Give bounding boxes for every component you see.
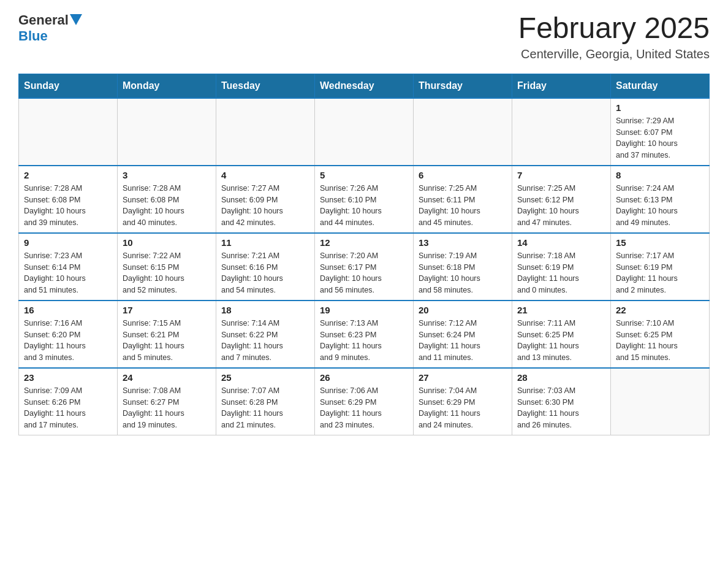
day-number: 14 xyxy=(517,237,605,248)
calendar-day-cell xyxy=(512,98,611,166)
day-info: Sunrise: 7:27 AMSunset: 6:09 PMDaylight:… xyxy=(221,183,309,229)
calendar-day-cell: 10Sunrise: 7:22 AMSunset: 6:15 PMDayligh… xyxy=(118,233,216,301)
logo-triangle-icon xyxy=(70,14,82,26)
day-number: 28 xyxy=(517,372,605,383)
day-info: Sunrise: 7:20 AMSunset: 6:17 PMDaylight:… xyxy=(320,250,408,296)
calendar-day-cell xyxy=(19,98,118,166)
day-info: Sunrise: 7:28 AMSunset: 6:08 PMDaylight:… xyxy=(123,183,211,229)
day-info: Sunrise: 7:12 AMSunset: 6:24 PMDaylight:… xyxy=(419,318,507,364)
calendar-day-cell: 24Sunrise: 7:08 AMSunset: 6:27 PMDayligh… xyxy=(118,368,216,435)
calendar-day-cell: 5Sunrise: 7:26 AMSunset: 6:10 PMDaylight… xyxy=(315,166,414,233)
day-info: Sunrise: 7:29 AMSunset: 6:07 PMDaylight:… xyxy=(616,115,704,161)
calendar-day-cell: 6Sunrise: 7:25 AMSunset: 6:11 PMDaylight… xyxy=(414,166,512,233)
calendar-day-cell: 13Sunrise: 7:19 AMSunset: 6:18 PMDayligh… xyxy=(414,233,512,301)
day-number: 12 xyxy=(320,237,408,248)
calendar-day-cell: 18Sunrise: 7:14 AMSunset: 6:22 PMDayligh… xyxy=(216,301,315,368)
logo-general-text: General xyxy=(18,12,69,28)
day-info: Sunrise: 7:16 AMSunset: 6:20 PMDaylight:… xyxy=(24,318,112,364)
title-block: February 2025 Centerville, Georgia, Unit… xyxy=(518,12,710,61)
logo-blue-text: Blue xyxy=(18,28,48,44)
calendar-week-row: 16Sunrise: 7:16 AMSunset: 6:20 PMDayligh… xyxy=(19,301,710,368)
calendar-day-cell xyxy=(118,98,216,166)
day-number: 22 xyxy=(616,305,704,315)
calendar-day-cell: 27Sunrise: 7:04 AMSunset: 6:29 PMDayligh… xyxy=(414,368,512,435)
day-number: 1 xyxy=(616,102,704,113)
day-info: Sunrise: 7:04 AMSunset: 6:29 PMDaylight:… xyxy=(419,385,507,431)
day-info: Sunrise: 7:13 AMSunset: 6:23 PMDaylight:… xyxy=(320,318,408,364)
day-number: 2 xyxy=(24,170,112,180)
calendar-day-cell: 1Sunrise: 7:29 AMSunset: 6:07 PMDaylight… xyxy=(611,98,710,166)
day-info: Sunrise: 7:18 AMSunset: 6:19 PMDaylight:… xyxy=(517,250,605,296)
calendar-day-cell: 21Sunrise: 7:11 AMSunset: 6:25 PMDayligh… xyxy=(512,301,611,368)
day-info: Sunrise: 7:25 AMSunset: 6:12 PMDaylight:… xyxy=(517,183,605,229)
calendar-week-row: 9Sunrise: 7:23 AMSunset: 6:14 PMDaylight… xyxy=(19,233,710,301)
day-number: 23 xyxy=(24,372,112,383)
calendar-day-cell: 23Sunrise: 7:09 AMSunset: 6:26 PMDayligh… xyxy=(19,368,118,435)
col-friday: Friday xyxy=(512,74,611,98)
day-info: Sunrise: 7:09 AMSunset: 6:26 PMDaylight:… xyxy=(24,385,112,431)
page-header: General Blue February 2025 Centerville, … xyxy=(18,12,710,61)
day-number: 25 xyxy=(221,372,309,383)
day-number: 18 xyxy=(221,305,309,315)
svg-marker-0 xyxy=(70,14,82,25)
day-info: Sunrise: 7:14 AMSunset: 6:22 PMDaylight:… xyxy=(221,318,309,364)
month-title: February 2025 xyxy=(518,12,710,45)
day-number: 3 xyxy=(123,170,211,180)
calendar-day-cell: 14Sunrise: 7:18 AMSunset: 6:19 PMDayligh… xyxy=(512,233,611,301)
col-wednesday: Wednesday xyxy=(315,74,414,98)
day-info: Sunrise: 7:03 AMSunset: 6:30 PMDaylight:… xyxy=(517,385,605,431)
calendar-day-cell: 22Sunrise: 7:10 AMSunset: 6:25 PMDayligh… xyxy=(611,301,710,368)
day-number: 10 xyxy=(123,237,211,248)
calendar-day-cell: 9Sunrise: 7:23 AMSunset: 6:14 PMDaylight… xyxy=(19,233,118,301)
col-monday: Monday xyxy=(118,74,216,98)
day-info: Sunrise: 7:25 AMSunset: 6:11 PMDaylight:… xyxy=(419,183,507,229)
calendar-day-cell: 8Sunrise: 7:24 AMSunset: 6:13 PMDaylight… xyxy=(611,166,710,233)
day-info: Sunrise: 7:17 AMSunset: 6:19 PMDaylight:… xyxy=(616,250,704,296)
location-subtitle: Centerville, Georgia, United States xyxy=(518,47,710,61)
day-number: 21 xyxy=(517,305,605,315)
day-number: 4 xyxy=(221,170,309,180)
day-number: 13 xyxy=(419,237,507,248)
day-info: Sunrise: 7:22 AMSunset: 6:15 PMDaylight:… xyxy=(123,250,211,296)
calendar-header: Sunday Monday Tuesday Wednesday Thursday… xyxy=(19,74,710,98)
calendar-day-cell: 2Sunrise: 7:28 AMSunset: 6:08 PMDaylight… xyxy=(19,166,118,233)
day-number: 5 xyxy=(320,170,408,180)
calendar-day-cell: 12Sunrise: 7:20 AMSunset: 6:17 PMDayligh… xyxy=(315,233,414,301)
day-number: 6 xyxy=(419,170,507,180)
calendar-table: Sunday Monday Tuesday Wednesday Thursday… xyxy=(18,74,710,435)
day-number: 9 xyxy=(24,237,112,248)
logo: General Blue xyxy=(18,12,82,44)
day-number: 20 xyxy=(419,305,507,315)
calendar-day-cell: 15Sunrise: 7:17 AMSunset: 6:19 PMDayligh… xyxy=(611,233,710,301)
day-info: Sunrise: 7:23 AMSunset: 6:14 PMDaylight:… xyxy=(24,250,112,296)
calendar-day-cell: 20Sunrise: 7:12 AMSunset: 6:24 PMDayligh… xyxy=(414,301,512,368)
day-number: 26 xyxy=(320,372,408,383)
day-info: Sunrise: 7:06 AMSunset: 6:29 PMDaylight:… xyxy=(320,385,408,431)
day-info: Sunrise: 7:28 AMSunset: 6:08 PMDaylight:… xyxy=(24,183,112,229)
day-number: 16 xyxy=(24,305,112,315)
day-info: Sunrise: 7:15 AMSunset: 6:21 PMDaylight:… xyxy=(123,318,211,364)
calendar-week-row: 23Sunrise: 7:09 AMSunset: 6:26 PMDayligh… xyxy=(19,368,710,435)
calendar-day-cell: 19Sunrise: 7:13 AMSunset: 6:23 PMDayligh… xyxy=(315,301,414,368)
day-info: Sunrise: 7:21 AMSunset: 6:16 PMDaylight:… xyxy=(221,250,309,296)
calendar-day-cell: 26Sunrise: 7:06 AMSunset: 6:29 PMDayligh… xyxy=(315,368,414,435)
col-saturday: Saturday xyxy=(611,74,710,98)
calendar-day-cell: 16Sunrise: 7:16 AMSunset: 6:20 PMDayligh… xyxy=(19,301,118,368)
col-sunday: Sunday xyxy=(19,74,118,98)
day-number: 11 xyxy=(221,237,309,248)
day-number: 27 xyxy=(419,372,507,383)
calendar-day-cell: 17Sunrise: 7:15 AMSunset: 6:21 PMDayligh… xyxy=(118,301,216,368)
calendar-day-cell: 25Sunrise: 7:07 AMSunset: 6:28 PMDayligh… xyxy=(216,368,315,435)
calendar-day-cell: 4Sunrise: 7:27 AMSunset: 6:09 PMDaylight… xyxy=(216,166,315,233)
day-number: 15 xyxy=(616,237,704,248)
col-thursday: Thursday xyxy=(414,74,512,98)
day-info: Sunrise: 7:26 AMSunset: 6:10 PMDaylight:… xyxy=(320,183,408,229)
col-tuesday: Tuesday xyxy=(216,74,315,98)
calendar-day-cell: 7Sunrise: 7:25 AMSunset: 6:12 PMDaylight… xyxy=(512,166,611,233)
day-number: 17 xyxy=(123,305,211,315)
day-info: Sunrise: 7:11 AMSunset: 6:25 PMDaylight:… xyxy=(517,318,605,364)
day-info: Sunrise: 7:10 AMSunset: 6:25 PMDaylight:… xyxy=(616,318,704,364)
calendar-day-cell xyxy=(315,98,414,166)
header-row: Sunday Monday Tuesday Wednesday Thursday… xyxy=(19,74,710,98)
day-info: Sunrise: 7:08 AMSunset: 6:27 PMDaylight:… xyxy=(123,385,211,431)
